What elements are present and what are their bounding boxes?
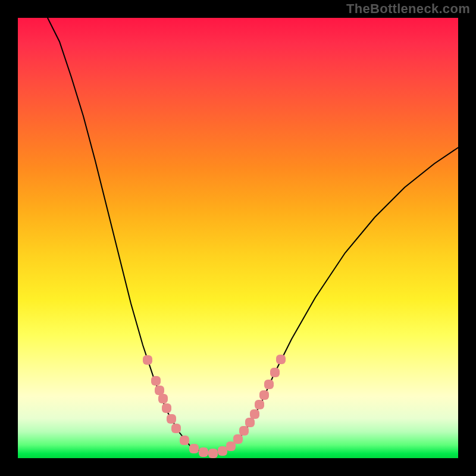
curve-layer (48, 18, 458, 453)
highlight-marker (259, 390, 269, 400)
highlight-marker (226, 441, 236, 451)
highlight-marker (162, 403, 171, 413)
highlight-marker (239, 426, 249, 436)
highlight-marker (264, 380, 274, 389)
plot-area (18, 18, 458, 458)
highlight-marker (143, 355, 152, 365)
highlight-marker (245, 418, 255, 427)
watermark-text: TheBottleneck.com (346, 1, 470, 17)
highlight-marker (270, 368, 280, 377)
highlight-marker (208, 449, 218, 458)
highlight-marker (155, 386, 164, 395)
highlight-marker (199, 447, 208, 457)
highlight-marker (233, 434, 243, 444)
highlight-marker (171, 424, 181, 433)
highlight-markers (143, 355, 286, 458)
highlight-marker (255, 400, 264, 409)
highlight-marker (180, 436, 189, 445)
highlight-marker (189, 444, 199, 453)
highlight-marker (167, 414, 176, 424)
bottleneck-curve (48, 18, 458, 453)
chart-svg (18, 18, 458, 458)
highlight-marker (276, 355, 286, 364)
highlight-marker (158, 394, 168, 403)
highlight-marker (218, 446, 227, 456)
highlight-marker (250, 409, 259, 419)
chart-frame: TheBottleneck.com (0, 0, 476, 476)
highlight-marker (151, 376, 161, 386)
